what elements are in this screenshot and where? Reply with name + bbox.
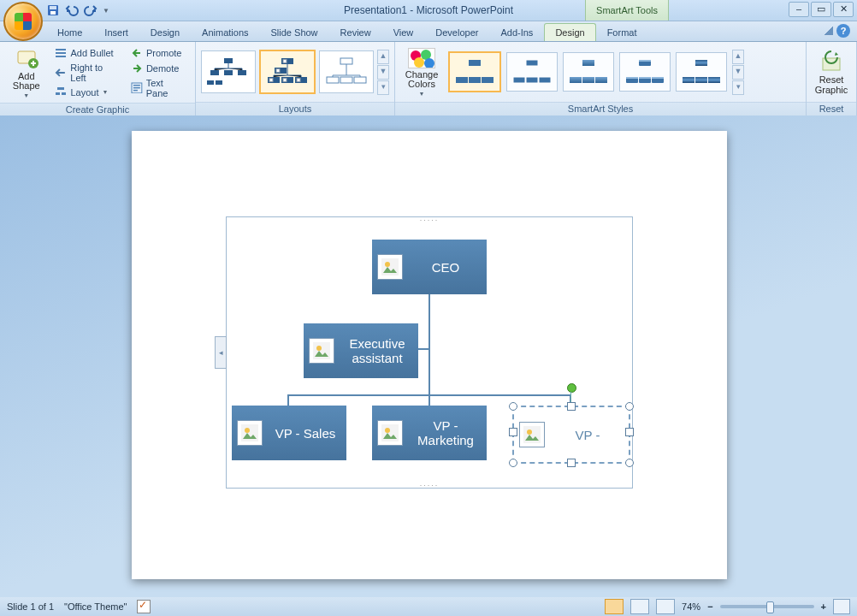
style-option-3[interactable] bbox=[563, 52, 614, 92]
svg-rect-18 bbox=[238, 70, 246, 75]
tab-add-ins[interactable]: Add-Ins bbox=[489, 23, 544, 41]
tab-home[interactable]: Home bbox=[46, 23, 93, 41]
tab-design[interactable]: Design bbox=[139, 23, 191, 41]
change-colors-button[interactable]: Change Colors ▼ bbox=[400, 46, 443, 98]
maximize-button[interactable]: ▭ bbox=[811, 2, 831, 17]
promote-button[interactable]: Promote bbox=[128, 46, 190, 60]
close-button[interactable]: ✕ bbox=[833, 2, 854, 17]
style-option-2[interactable] bbox=[506, 52, 558, 92]
svg-rect-43 bbox=[582, 60, 594, 66]
svg-rect-46 bbox=[595, 77, 607, 83]
svg-rect-30 bbox=[276, 69, 280, 73]
style-option-4[interactable] bbox=[619, 52, 671, 92]
reset-graphic-button[interactable]: Reset Graphic bbox=[812, 48, 851, 96]
svg-rect-1 bbox=[50, 6, 56, 9]
redo-icon[interactable] bbox=[84, 3, 98, 17]
tab-smartart-format[interactable]: Format bbox=[596, 23, 648, 41]
svg-rect-26 bbox=[269, 79, 273, 82]
demote-label: Demote bbox=[146, 63, 180, 74]
add-shape-button[interactable]: Add Shape ▼ bbox=[5, 44, 47, 100]
title-bar: ▼ Presentation1 - Microsoft PowerPoint S… bbox=[0, 0, 857, 21]
tab-insert[interactable]: Insert bbox=[93, 23, 139, 41]
save-icon[interactable] bbox=[46, 3, 60, 17]
svg-rect-15 bbox=[224, 58, 233, 63]
tab-review[interactable]: Review bbox=[329, 23, 382, 41]
right-to-left-label: Right to Left bbox=[70, 62, 121, 83]
svg-rect-10 bbox=[62, 92, 66, 95]
office-button[interactable] bbox=[3, 2, 43, 41]
svg-rect-31 bbox=[340, 58, 352, 64]
tab-slide-show[interactable]: Slide Show bbox=[260, 23, 329, 41]
reset-label-1: Reset bbox=[819, 75, 844, 84]
add-shape-label: Add Shape bbox=[7, 72, 45, 91]
svg-rect-20 bbox=[216, 80, 222, 85]
svg-rect-45 bbox=[582, 77, 594, 83]
ribbon: Add Shape ▼ Add Bullet Right to Left Lay… bbox=[0, 42, 857, 118]
svg-rect-34 bbox=[354, 77, 366, 83]
qat-dropdown-icon[interactable]: ▼ bbox=[103, 7, 109, 15]
add-bullet-label: Add Bullet bbox=[70, 48, 113, 58]
svg-rect-8 bbox=[57, 87, 64, 90]
reset-label-2: Graphic bbox=[815, 86, 848, 94]
tab-view[interactable]: View bbox=[382, 23, 425, 41]
style-option-1-selected[interactable] bbox=[448, 51, 501, 92]
svg-rect-28 bbox=[297, 79, 300, 82]
svg-rect-5 bbox=[56, 49, 66, 50]
layout-button[interactable]: Layout ▼ bbox=[52, 86, 122, 99]
ribbon-minimize-icon[interactable] bbox=[824, 27, 833, 35]
svg-rect-42 bbox=[539, 77, 551, 83]
svg-rect-39 bbox=[526, 60, 538, 66]
svg-rect-35 bbox=[469, 60, 481, 66]
svg-rect-33 bbox=[340, 77, 352, 83]
window-title: Presentation1 - Microsoft PowerPoint bbox=[0, 4, 857, 16]
text-pane-button[interactable]: Text Pane bbox=[128, 77, 190, 99]
svg-rect-32 bbox=[327, 77, 339, 83]
svg-rect-40 bbox=[513, 77, 525, 83]
svg-rect-12 bbox=[133, 84, 140, 85]
svg-rect-16 bbox=[210, 70, 219, 75]
slide-workspace: ∙∙∙∙∙ ∙∙∙∙∙ ◂ CEO Executive assistant bbox=[0, 116, 857, 118]
change-colors-label: Change Colors bbox=[402, 70, 441, 89]
layout-option-2-selected[interactable] bbox=[259, 50, 316, 94]
svg-rect-58 bbox=[708, 77, 720, 83]
add-bullet-button[interactable]: Add Bullet bbox=[52, 46, 122, 60]
layout-label: Layout bbox=[70, 87, 98, 98]
promote-label: Promote bbox=[146, 48, 182, 58]
svg-rect-53 bbox=[639, 77, 651, 79]
svg-rect-19 bbox=[207, 80, 214, 85]
svg-rect-25 bbox=[283, 60, 287, 63]
svg-rect-56 bbox=[683, 77, 694, 83]
svg-rect-38 bbox=[482, 77, 494, 83]
svg-rect-36 bbox=[456, 77, 468, 83]
layout-option-3[interactable] bbox=[319, 50, 374, 93]
svg-rect-44 bbox=[570, 77, 582, 83]
tab-smartart-design[interactable]: Design bbox=[544, 23, 595, 41]
svg-rect-37 bbox=[469, 77, 481, 83]
svg-rect-41 bbox=[526, 77, 538, 83]
svg-rect-7 bbox=[56, 56, 66, 57]
layout-gallery-scroll[interactable]: ▲▼▾ bbox=[377, 50, 389, 95]
style-option-5[interactable] bbox=[676, 52, 727, 92]
quick-access-toolbar: ▼ bbox=[46, 3, 109, 17]
svg-rect-27 bbox=[283, 79, 287, 82]
help-icon[interactable]: ? bbox=[836, 24, 850, 38]
demote-button[interactable]: Demote bbox=[128, 62, 190, 75]
undo-icon[interactable] bbox=[65, 3, 79, 17]
minimize-button[interactable]: – bbox=[789, 2, 809, 17]
contextual-tab-title: SmartArt Tools bbox=[585, 0, 669, 21]
layout-option-1[interactable] bbox=[201, 50, 256, 93]
svg-rect-2 bbox=[50, 11, 56, 15]
svg-rect-55 bbox=[695, 60, 707, 66]
tab-animations[interactable]: Animations bbox=[191, 23, 259, 41]
svg-rect-6 bbox=[56, 52, 66, 54]
svg-rect-52 bbox=[626, 77, 638, 79]
svg-rect-14 bbox=[133, 89, 138, 90]
svg-rect-13 bbox=[133, 86, 140, 87]
style-gallery-scroll[interactable]: ▲▼▾ bbox=[732, 50, 744, 95]
svg-rect-57 bbox=[695, 77, 707, 83]
svg-rect-54 bbox=[652, 77, 664, 79]
text-pane-label: Text Pane bbox=[146, 78, 187, 98]
tab-developer[interactable]: Developer bbox=[424, 23, 489, 41]
right-to-left-button[interactable]: Right to Left bbox=[52, 62, 122, 84]
ribbon-tabs: Home Insert Design Animations Slide Show… bbox=[0, 21, 857, 42]
